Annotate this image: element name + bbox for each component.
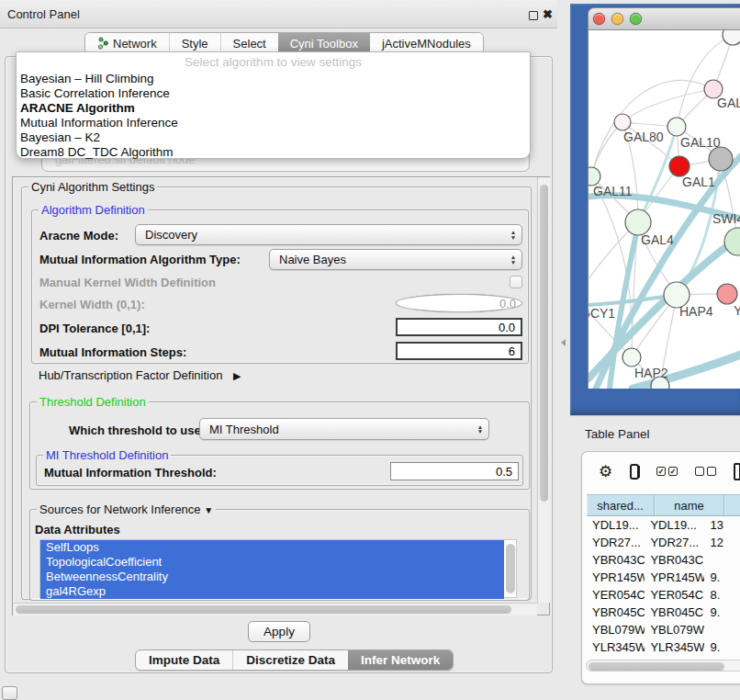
tab-jactivemnodules[interactable]: jActiveMNodules — [370, 33, 483, 53]
edge-path — [591, 80, 713, 176]
column-header-1[interactable]: shared... — [587, 495, 655, 515]
table-panel: Table Panel ⚙ ✓✓ shared...nameA YDL19...… — [570, 415, 740, 700]
mi-threshold-input[interactable]: 0.5 — [390, 462, 519, 480]
algorithm-item[interactable]: ARACNE Algorithm — [17, 101, 530, 116]
network-node[interactable] — [723, 30, 740, 45]
algorithm-item[interactable]: Basic Correlation Inference — [17, 86, 530, 101]
dpi-tolerance-input[interactable]: 0.0 — [396, 318, 522, 336]
mac-zoom-button[interactable] — [630, 13, 642, 25]
scrollbar-thumb[interactable] — [540, 185, 548, 502]
table-cell: YDR27... — [645, 534, 704, 551]
tab-network[interactable]: Network — [85, 33, 169, 53]
bottom-tab-infer-network[interactable]: Infer Network — [348, 650, 453, 670]
algorithm-item[interactable]: Dream8 DC_TDC Algorithm — [17, 145, 530, 160]
mi-steps-label: Mutual Information Steps: — [39, 345, 186, 359]
network-icon — [97, 37, 108, 50]
close-icon[interactable]: ✖ — [543, 7, 553, 21]
list-scrollbar-thumb[interactable] — [506, 544, 515, 593]
table-row[interactable]: YBR045CYBR045C9. — [587, 604, 740, 621]
gear-icon[interactable]: ⚙ — [599, 464, 612, 480]
network-node[interactable] — [667, 118, 686, 136]
algorithm-list: Bayesian – Hill ClimbingBasic Correlatio… — [17, 72, 530, 160]
mi-steps-input[interactable]: 6 — [396, 342, 522, 360]
scrollbar-thumb[interactable] — [589, 662, 724, 671]
table-cell: YDR27... — [587, 534, 645, 551]
attribute-item[interactable]: SelfLoops — [40, 540, 504, 555]
select-all-checks-icon[interactable]: ✓✓ — [656, 467, 678, 476]
columns-icon[interactable] — [630, 464, 639, 480]
mi-threshold-label: Mutual Information Threshold: — [44, 466, 217, 480]
network-node[interactable] — [709, 147, 733, 171]
table-row[interactable]: YER054CYER054C8. — [587, 586, 740, 604]
table-cell: 12 — [704, 534, 740, 551]
control-panel-title: Control Panel — [7, 7, 80, 21]
float-window-icon[interactable] — [529, 11, 538, 20]
network-window-titlebar[interactable] — [588, 7, 740, 30]
table-cell: YPR145W — [587, 569, 645, 586]
data-attributes-list: SelfLoopsTopologicalCoefficientBetweenne… — [39, 539, 517, 598]
attribute-item[interactable]: gal4RGexp — [40, 584, 504, 599]
network-node[interactable] — [717, 284, 737, 304]
which-threshold-combobox[interactable]: MI Threshold ▲▼ — [199, 418, 489, 440]
table-cell: 9. — [704, 569, 740, 586]
mi-type-combobox[interactable]: Naive Bayes ▲▼ — [269, 249, 522, 270]
hub-definition-expander[interactable]: Hub/Transcription Factor Definition ▶ — [39, 368, 241, 382]
algorithm-item[interactable]: Bayesian – K2 — [17, 130, 530, 145]
tab-style[interactable]: Style — [169, 33, 220, 53]
document-icon[interactable] — [734, 463, 740, 480]
bottom-tab-impute-data[interactable]: Impute Data — [136, 650, 232, 670]
network-node[interactable] — [724, 228, 740, 255]
deselect-all-checks-icon[interactable] — [695, 467, 716, 476]
control-panel-titlebar: Control Panel ✖ — [0, 0, 557, 28]
table-panel-body: ⚙ ✓✓ shared...nameA YDL19...YDL19...13YD… — [581, 451, 740, 684]
node-label: SWI4 — [712, 211, 740, 226]
network-node[interactable] — [614, 114, 631, 130]
network-node[interactable] — [625, 209, 651, 235]
aracne-mode-value: Discovery — [136, 228, 507, 242]
table-cell: YBR043C — [645, 551, 704, 569]
column-header-3[interactable]: A — [724, 495, 740, 515]
node-label: GAL4 — [641, 232, 674, 247]
minimized-panel-icon[interactable] — [2, 686, 17, 700]
table-toolbar: ⚙ ✓✓ — [582, 452, 740, 491]
table-header-row: shared...nameA — [587, 494, 740, 516]
table-row[interactable]: YLR345WYLR345W9. — [587, 638, 740, 656]
sources-group-title[interactable]: Sources for Network Inference ▼ — [37, 502, 216, 516]
bottom-tab-discretize-data[interactable]: Discretize Data — [232, 650, 348, 670]
table-cell — [704, 551, 740, 569]
algorithm-item[interactable]: Mutual Information Inference — [17, 116, 530, 130]
manual-kernel-label: Manual Kernel Width Definition — [39, 276, 216, 289]
network-node[interactable] — [622, 348, 641, 367]
network-canvas[interactable]: GALGAL80GAL10GAL1GAL11GAL4SWI4GCY1HAP4YH… — [588, 30, 740, 389]
attribute-item[interactable]: TopologicalCoefficient — [40, 555, 504, 570]
splitpane-collapse-icon[interactable] — [561, 339, 566, 346]
node-label: GAL1 — [682, 175, 715, 189]
table-row[interactable]: YBL079WYBL079W — [587, 621, 740, 638]
table-row[interactable]: YDL19...YDL19...13 — [587, 516, 740, 534]
mac-minimize-button[interactable] — [611, 13, 623, 25]
table-cell: YPR145W — [645, 569, 704, 586]
scrollbar-thumb[interactable] — [16, 605, 511, 614]
dpi-tolerance-label: DPI Tolerance [0,1]: — [39, 322, 150, 335]
kernel-width-input[interactable]: 0.0 — [396, 294, 522, 312]
column-header-2[interactable]: name — [655, 495, 724, 515]
node-label: GAL80 — [623, 130, 664, 144]
table-row[interactable]: YPR145WYPR145W9. — [587, 569, 740, 586]
apply-button[interactable]: Apply — [248, 621, 310, 642]
cyni-settings-group-title: Cyni Algorithm Settings — [28, 180, 157, 194]
attribute-item[interactable]: BetweennessCentrality — [40, 570, 504, 584]
algorithm-definition-group: Algorithm Definition Aracne Mode: Discov… — [31, 209, 529, 364]
threshold-definition-title: Threshold Definition — [37, 395, 149, 409]
network-desktop: GALGAL80GAL10GAL1GAL11GAL4SWI4GCY1HAP4YH… — [570, 4, 740, 415]
algorithm-item[interactable]: Bayesian – Hill Climbing — [17, 72, 530, 86]
table-rows: YDL19...YDL19...13YDR27...YDR27...12YBR0… — [587, 516, 740, 660]
table-cell: YER054C — [645, 586, 704, 604]
aracne-mode-combobox[interactable]: Discovery ▲▼ — [135, 224, 522, 245]
tab-cyni-toolbox[interactable]: Cyni Toolbox — [278, 33, 370, 53]
network-node[interactable] — [669, 156, 690, 176]
table-row[interactable]: YDR27...YDR27...12 — [587, 534, 740, 551]
manual-kernel-checkbox[interactable] — [510, 276, 522, 288]
table-row[interactable]: YBR043CYBR043C — [587, 551, 740, 569]
mac-close-button[interactable] — [593, 13, 605, 25]
tab-select[interactable]: Select — [220, 33, 278, 53]
